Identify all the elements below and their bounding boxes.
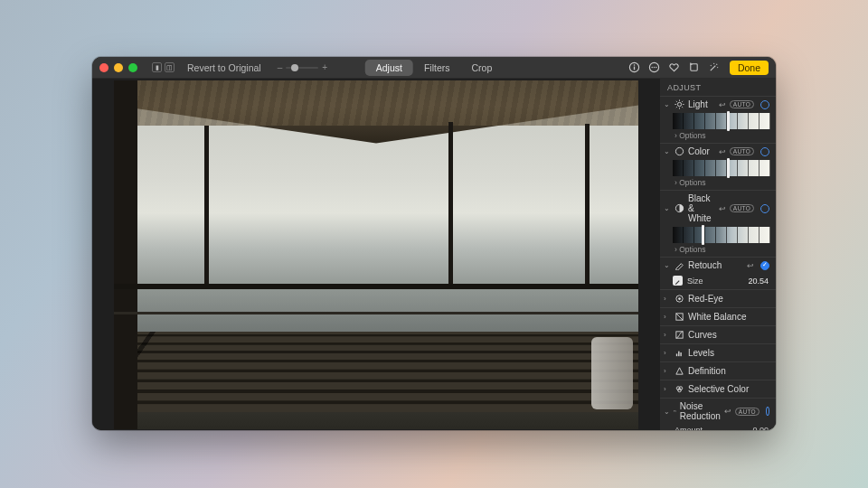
panel-selective-color: › Selective Color [660,380,776,398]
panel-selcolor-header[interactable]: › Selective Color [660,380,776,398]
reset-icon[interactable]: ↩ [719,204,726,213]
svg-rect-2 [634,67,635,70]
light-strip-slider[interactable] [673,113,770,129]
minimize-window-button[interactable] [114,63,123,72]
auto-button[interactable]: AUTO [730,147,754,155]
brush-tool-icon[interactable] [673,276,683,286]
panel-wb-label: White Balance [688,312,769,322]
panel-curves: › Curves [660,325,776,343]
panel-color-label: Color [688,146,715,156]
editor-window: ▮ ◫ Revert to Original – + Adjust Filter… [92,57,776,430]
done-button[interactable]: Done [730,61,769,75]
enable-ring[interactable] [760,100,769,109]
color-strip-slider[interactable] [673,160,770,176]
svg-point-17 [675,147,683,155]
panel-light-header[interactable]: ⌄ Light ↩ AUTO [660,97,776,112]
photo-canvas[interactable] [92,79,660,430]
panel-color-header[interactable]: ⌄ Color ↩ AUTO [660,144,776,159]
revert-to-original-button[interactable]: Revert to Original [187,62,261,73]
bw-options-toggle[interactable]: Options [660,245,776,257]
light-options-toggle[interactable]: Options [660,131,776,143]
auto-button[interactable]: AUTO [735,408,760,416]
svg-line-16 [676,107,677,108]
photo [114,80,638,429]
panel-retouch-header[interactable]: ⌄ Retouch ↩ [660,258,776,273]
panel-levels-label: Levels [688,348,769,358]
zoom-control[interactable]: – + [278,62,327,72]
magic-enhance-icon[interactable] [708,61,720,73]
panel-curves-header[interactable]: › Curves [660,326,776,343]
ellipsis-icon[interactable] [648,61,660,73]
auto-button[interactable]: AUTO [730,100,754,108]
red-eye-icon [675,294,684,304]
zoom-in-button[interactable]: + [322,62,327,72]
zoom-slider-knob[interactable] [291,64,298,71]
color-icon [675,146,684,156]
white-balance-icon [675,312,684,322]
noise-amount-value: 0.00 [752,426,769,430]
chevron-down-icon: ⌄ [664,100,671,108]
favorite-heart-icon[interactable] [668,61,680,73]
panel-noise-header[interactable]: ⌄ Noise Reduction ↩ AUTO [660,399,776,424]
single-view-icon: ▮ [152,62,162,72]
chevron-right-icon: › [664,349,671,357]
retouch-size-row: Size 20.54 [660,273,776,289]
chevron-right-icon: › [664,385,671,393]
chevron-right-icon: › [664,295,671,303]
svg-rect-23 [676,353,677,356]
noise-amount-row[interactable]: Amount 0.00 [660,424,776,430]
chevron-down-icon: ⌄ [664,261,671,269]
panel-bw-header[interactable]: ⌄ Black & White ↩ AUTO [660,191,776,226]
zoom-slider-track[interactable] [286,67,318,69]
chevron-right-icon: › [664,313,671,321]
enable-ring-active[interactable] [760,261,769,270]
svg-line-13 [676,101,677,102]
reset-icon[interactable]: ↩ [719,147,726,156]
info-icon[interactable] [628,61,640,73]
window-controls [99,63,137,72]
color-options-toggle[interactable]: Options [660,178,776,190]
reset-icon[interactable]: ↩ [719,100,726,109]
enable-ring[interactable] [766,407,769,416]
close-window-button[interactable] [99,63,108,72]
selective-color-icon [675,384,684,394]
light-icon [675,99,684,109]
reset-icon[interactable]: ↩ [724,407,731,416]
rotate-icon[interactable] [688,61,700,73]
view-mode-toggle[interactable]: ▮ ◫ [152,62,175,72]
svg-line-15 [682,101,683,102]
tab-adjust[interactable]: Adjust [365,60,413,76]
panel-red-eye: › Red-Eye [660,289,776,307]
enable-ring[interactable] [760,147,769,156]
panel-bw-label: Black & White [688,193,715,223]
panel-wb-header[interactable]: › White Balance [660,308,776,325]
noise-reduction-icon [674,407,676,417]
definition-icon [675,366,684,376]
panel-color: ⌄ Color ↩ AUTO Options [660,143,776,190]
black-white-icon [675,203,684,213]
retouch-size-value[interactable]: 20.54 [748,277,769,286]
tab-crop[interactable]: Crop [461,60,504,76]
svg-rect-7 [691,64,697,70]
panel-red-eye-label: Red-Eye [688,294,769,304]
levels-icon [675,348,684,358]
zoom-window-button[interactable] [128,63,137,72]
panel-definition-header[interactable]: › Definition [660,362,776,380]
svg-point-1 [634,64,635,65]
zoom-out-button[interactable]: – [278,62,283,72]
adjustments-sidebar: ADJUST ⌄ Light ↩ AUTO Options ⌄ Color [660,79,776,430]
panel-red-eye-header[interactable]: › Red-Eye [660,290,776,307]
edit-mode-tabs: Adjust Filters Crop [365,60,504,76]
panel-definition-label: Definition [688,366,769,376]
panel-levels-header[interactable]: › Levels [660,344,776,361]
panel-retouch: ⌄ Retouch ↩ Size 20.54 [660,257,776,289]
reset-icon[interactable]: ↩ [747,261,754,270]
bw-strip-slider[interactable] [673,227,770,243]
svg-point-8 [677,102,681,106]
auto-button[interactable]: AUTO [730,204,754,212]
noise-amount-label: Amount [675,426,703,430]
svg-point-20 [678,297,681,300]
enable-ring[interactable] [760,204,769,213]
sidebar-header: ADJUST [660,79,776,96]
tab-filters[interactable]: Filters [413,60,461,76]
